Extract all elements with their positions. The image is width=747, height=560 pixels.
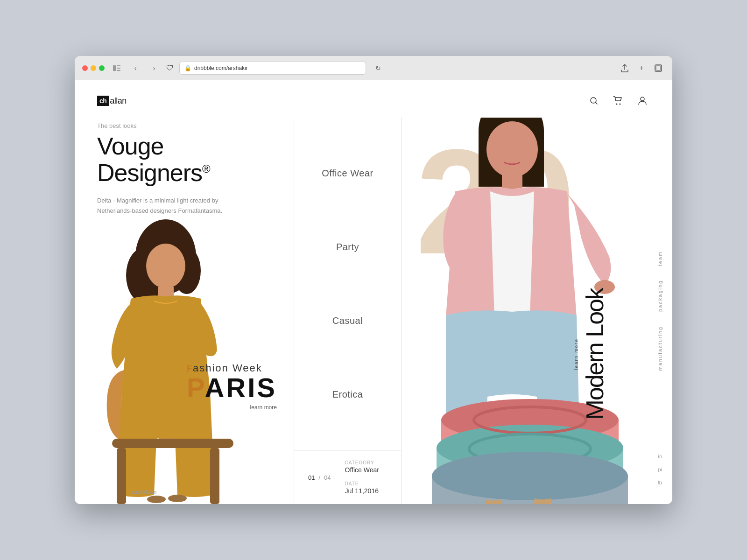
- svg-point-9: [641, 97, 644, 101]
- slide-current: 01: [308, 474, 315, 481]
- logo-text: allan: [110, 96, 127, 106]
- social-links: in pi fb: [658, 454, 662, 485]
- category-block: Category Office Wear: [345, 460, 379, 474]
- category-info: Category Office Wear Date Jul 11,2016: [345, 460, 379, 495]
- svg-rect-18: [117, 448, 126, 504]
- svg-rect-0: [113, 65, 116, 71]
- new-tab-button[interactable]: +: [635, 62, 648, 75]
- lock-icon: 🔒: [184, 65, 191, 71]
- right-column: 29: [402, 118, 672, 504]
- modern-look-label: Modern Look: [583, 288, 607, 420]
- share-button[interactable]: [618, 62, 631, 75]
- learn-more-left[interactable]: learn more: [187, 404, 277, 411]
- main-title: Vouge Designers®: [97, 133, 271, 186]
- svg-point-13: [146, 244, 185, 288]
- url-text: dribbble.com/arshakir: [194, 65, 248, 71]
- modern-look-text: learn more Modern Look: [574, 288, 607, 420]
- right-nav-packaging[interactable]: packaging: [657, 280, 663, 312]
- date-label: Date: [345, 481, 379, 486]
- svg-point-16: [168, 495, 187, 502]
- left-column: The best looks Vouge Designers® Delta - …: [75, 118, 294, 504]
- cart-button[interactable]: [611, 93, 626, 108]
- date-value: Jul 11,2016: [345, 487, 379, 495]
- shield-icon: 🛡: [166, 64, 174, 72]
- traffic-light-red[interactable]: [82, 65, 88, 71]
- nav-item-casual[interactable]: Casual: [303, 311, 392, 331]
- svg-rect-3: [117, 70, 120, 71]
- svg-rect-5: [656, 66, 661, 70]
- website-content: ch allan: [75, 80, 672, 504]
- middle-column: Office Wear Party Casual Erotica 01 / 04…: [294, 118, 402, 504]
- svg-rect-1: [117, 65, 120, 66]
- nav-item-party[interactable]: Party: [303, 237, 392, 257]
- traffic-lights: [82, 65, 105, 71]
- slide-info: 01 / 04 Category Office Wear Date Jul 11…: [294, 450, 401, 504]
- fashion-week-text: Fashion Week PARIS learn more: [187, 362, 277, 411]
- svg-point-15: [147, 496, 166, 503]
- nav-items: Office Wear Party Casual Erotica: [294, 118, 401, 450]
- search-button[interactable]: [586, 93, 601, 108]
- traffic-light-yellow[interactable]: [91, 65, 96, 71]
- nav-item-office-wear[interactable]: Office Wear: [303, 163, 392, 183]
- tabs-button[interactable]: [652, 62, 665, 75]
- site-header: ch allan: [75, 80, 672, 118]
- svg-point-7: [616, 104, 618, 105]
- browser-chrome: ‹ › 🛡 🔒 dribbble.com/arshakir ↻ +: [75, 56, 672, 80]
- user-button[interactable]: [635, 93, 650, 108]
- right-nav-team[interactable]: team: [657, 251, 663, 266]
- right-nav: team packaging manufacturing: [657, 251, 663, 371]
- sidebar-toggle-button[interactable]: [110, 62, 123, 75]
- svg-rect-17: [112, 439, 233, 448]
- date-block: Date Jul 11,2016: [345, 481, 379, 495]
- paris-label: PARIS: [187, 374, 277, 401]
- logo[interactable]: ch allan: [97, 96, 127, 106]
- traffic-light-green[interactable]: [99, 65, 105, 71]
- back-button[interactable]: ‹: [129, 62, 142, 75]
- category-value: Office Wear: [345, 466, 379, 474]
- slide-separator: /: [318, 474, 320, 481]
- forward-button[interactable]: ›: [148, 62, 161, 75]
- nav-item-erotica[interactable]: Erotica: [303, 385, 392, 405]
- category-label: Category: [345, 460, 379, 465]
- header-icons: [586, 93, 650, 108]
- logo-box: ch: [97, 96, 109, 106]
- slide-counter: 01 / 04: [308, 460, 331, 495]
- scroll-down[interactable]: scroll down: [131, 489, 156, 495]
- description: Delta - Magnifier is a minimal light cre…: [97, 196, 228, 216]
- right-nav-manufacturing[interactable]: manufacturing: [657, 326, 663, 371]
- reload-button[interactable]: ↻: [372, 62, 385, 75]
- browser-actions: +: [618, 62, 665, 75]
- tagline: The best looks: [97, 122, 271, 129]
- browser-window: ‹ › 🛡 🔒 dribbble.com/arshakir ↻ +: [75, 56, 672, 504]
- svg-point-35: [432, 452, 628, 500]
- svg-point-22: [486, 121, 538, 177]
- svg-point-8: [620, 104, 621, 105]
- svg-rect-2: [117, 68, 120, 69]
- main-content: The best looks Vouge Designers® Delta - …: [75, 118, 672, 504]
- address-bar[interactable]: 🔒 dribbble.com/arshakir: [179, 62, 366, 75]
- svg-rect-19: [210, 448, 219, 504]
- slide-total: 04: [324, 474, 331, 481]
- learn-more-right[interactable]: learn more: [574, 338, 579, 370]
- woman-figure-left: [84, 215, 252, 504]
- social-link-pi[interactable]: pi: [658, 467, 662, 472]
- woman-figure-right: [402, 156, 672, 504]
- social-link-in[interactable]: in: [658, 454, 662, 459]
- social-link-fb[interactable]: fb: [658, 480, 662, 485]
